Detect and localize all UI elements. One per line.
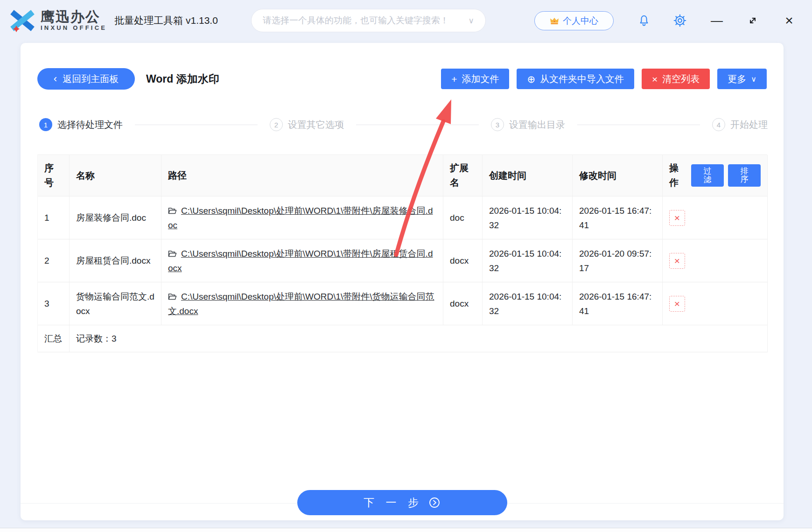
created-time: 2026-01-15 10:04:32 — [483, 239, 573, 282]
step-number: 3 — [491, 118, 504, 131]
step-label: 设置其它选项 — [288, 119, 344, 131]
row-actions: × — [663, 282, 768, 325]
file-name: 货物运输合同范文.docx — [70, 282, 161, 325]
cross-icon: × — [652, 74, 658, 84]
step-connector — [356, 125, 479, 125]
gear-icon — [673, 14, 687, 28]
circle-plus-icon: ⊕ — [527, 74, 535, 84]
step-number: 1 — [39, 118, 52, 131]
summary-label: 汇总 — [38, 325, 70, 352]
clear-list-button[interactable]: × 清空列表 — [642, 69, 710, 89]
modified-time: 2026-01-20 09:57:17 — [573, 239, 663, 282]
notifications-button[interactable] — [636, 12, 652, 29]
add-files-label: 添加文件 — [462, 73, 499, 85]
col-header-index: 序号 — [38, 155, 70, 196]
file-ext: doc — [443, 196, 483, 239]
col-header-modified: 修改时间 — [573, 155, 663, 196]
chevron-down-icon: ∨ — [751, 75, 756, 84]
row-index: 3 — [38, 282, 70, 325]
modified-time: 2026-01-15 16:47:41 — [573, 196, 663, 239]
more-button[interactable]: 更多 ∨ — [717, 69, 767, 89]
sort-button[interactable]: 排 序 — [728, 164, 761, 187]
step-connector — [577, 125, 700, 125]
step-1-select-files: 1 选择待处理文件 — [39, 118, 123, 131]
toolbar: ‹ 返回到主面板 Word 添加水印 + 添加文件 ⊕ 从文件夹中导入文件 × … — [37, 68, 767, 90]
file-ext: docx — [443, 282, 483, 325]
folder-open-icon — [168, 293, 177, 301]
function-search-select[interactable]: 请选择一个具体的功能，也可输入关键字搜索！ ∨ — [251, 9, 486, 32]
delete-row-button[interactable]: × — [669, 210, 685, 226]
titlebar: 鹰迅办公 INXUN OFFICE 批量处理工具箱 v1.13.0 请选择一个具… — [0, 0, 812, 41]
col-header-actions: 操作 过 滤 排 序 — [663, 155, 768, 196]
window-bottom-edge — [0, 528, 812, 532]
step-label: 开始处理 — [730, 119, 768, 131]
row-index: 2 — [38, 239, 70, 282]
add-files-button[interactable]: + 添加文件 — [441, 69, 509, 89]
row-actions: × — [663, 196, 768, 239]
window-maximize-button[interactable] — [743, 11, 762, 30]
modified-time: 2026-01-15 16:47:41 — [573, 282, 663, 325]
cross-icon: × — [674, 255, 680, 266]
search-placeholder: 请选择一个具体的功能，也可输入关键字搜索！ — [263, 14, 449, 27]
file-path-cell: C:\Users\sqmil\Desktop\处理前\WORD\1\带附件\房屋… — [161, 239, 443, 282]
delete-row-button[interactable]: × — [669, 296, 685, 312]
app-title: 批量处理工具箱 v1.13.0 — [114, 14, 218, 27]
user-center-button[interactable]: 个人中心 — [534, 11, 614, 30]
minimize-icon: — — [711, 14, 723, 28]
back-to-dashboard-button[interactable]: ‹ 返回到主面板 — [37, 68, 135, 90]
file-ext: docx — [443, 239, 483, 282]
file-path-link[interactable]: C:\Users\sqmil\Desktop\处理前\WORD\1\带附件\货物… — [168, 292, 434, 316]
back-button-label: 返回到主面板 — [63, 73, 119, 85]
user-center-label: 个人中心 — [563, 15, 598, 27]
window-minimize-button[interactable]: — — [707, 11, 726, 30]
clear-list-label: 清空列表 — [662, 73, 700, 85]
brand-name: 鹰迅办公 — [41, 9, 107, 24]
main-panel: ‹ 返回到主面板 Word 添加水印 + 添加文件 ⊕ 从文件夹中导入文件 × … — [21, 43, 784, 520]
col-header-ext: 扩展名 — [443, 155, 483, 196]
close-icon: × — [785, 14, 793, 28]
import-from-folder-label: 从文件夹中导入文件 — [540, 73, 624, 85]
actions-header-label: 操作 — [669, 161, 687, 190]
step-number: 2 — [270, 118, 283, 131]
step-4-start: 4 开始处理 — [712, 118, 768, 131]
page-title: Word 添加水印 — [146, 72, 219, 86]
cross-icon: × — [674, 212, 680, 224]
col-header-path: 路径 — [161, 155, 443, 196]
created-time: 2026-01-15 10:04:32 — [483, 282, 573, 325]
folder-open-icon — [168, 207, 177, 215]
circle-arrow-right-icon — [428, 497, 441, 509]
chevron-down-icon: ∨ — [469, 16, 474, 26]
file-name: 房屋租赁合同.docx — [70, 239, 161, 282]
step-number: 4 — [712, 118, 725, 131]
more-label: 更多 — [728, 73, 746, 85]
row-index: 1 — [38, 196, 70, 239]
summary-record-count: 记录数：3 — [70, 325, 768, 352]
cross-icon: × — [674, 298, 680, 309]
next-step-label: 下 一 步 — [364, 496, 423, 510]
file-table: 序号 名称 路径 扩展名 创建时间 修改时间 操作 过 滤 排 序 1 房屋装修… — [37, 154, 767, 352]
plus-icon: + — [451, 74, 457, 84]
brand-name-en: INXUN OFFICE — [41, 24, 107, 32]
folder-open-icon — [168, 250, 177, 258]
chevron-left-icon: ‹ — [54, 74, 57, 84]
delete-row-button[interactable]: × — [669, 253, 685, 269]
col-header-name: 名称 — [70, 155, 161, 196]
bell-icon — [637, 14, 651, 27]
file-path-link[interactable]: C:\Users\sqmil\Desktop\处理前\WORD\1\带附件\房屋… — [168, 249, 433, 273]
file-path-cell: C:\Users\sqmil\Desktop\处理前\WORD\1\带附件\货物… — [161, 282, 443, 325]
step-label: 设置输出目录 — [509, 119, 565, 131]
file-path-link[interactable]: C:\Users\sqmil\Desktop\处理前\WORD\1\带附件\房屋… — [168, 206, 433, 230]
app-logo-icon — [8, 8, 36, 33]
maximize-icon — [747, 15, 758, 26]
import-from-folder-button[interactable]: ⊕ 从文件夹中导入文件 — [517, 69, 634, 89]
window-close-button[interactable]: × — [780, 11, 798, 30]
filter-button[interactable]: 过 滤 — [691, 164, 724, 187]
step-2-options: 2 设置其它选项 — [270, 118, 344, 131]
file-path-cell: C:\Users\sqmil\Desktop\处理前\WORD\1\带附件\房屋… — [161, 196, 443, 239]
step-3-output-dir: 3 设置输出目录 — [491, 118, 565, 131]
created-time: 2026-01-15 10:04:32 — [483, 196, 573, 239]
settings-button[interactable] — [672, 12, 688, 29]
step-connector — [135, 125, 258, 125]
file-name: 房屋装修合同.doc — [70, 196, 161, 239]
next-step-button[interactable]: 下 一 步 — [297, 490, 507, 515]
